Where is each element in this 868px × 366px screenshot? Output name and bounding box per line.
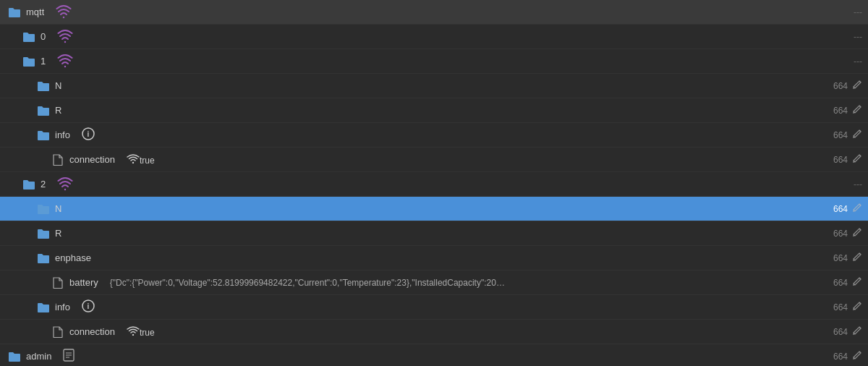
- row-name: 0: [41, 31, 46, 42]
- tree-row[interactable]: N664: [0, 197, 868, 221]
- svg-text:i: i: [88, 130, 90, 138]
- folder-icon: [20, 179, 38, 190]
- mqtt-signal-icon: [56, 3, 72, 19]
- row-dash: ---: [845, 56, 862, 67]
- row-name: 2: [41, 179, 46, 190]
- edit-icon[interactable]: [852, 325, 862, 338]
- info-icon: i: [82, 299, 95, 312]
- folder-icon: [35, 129, 52, 141]
- tree-row[interactable]: info i 664: [0, 295, 868, 320]
- edit-icon[interactable]: [852, 227, 862, 239]
- row-dash: ---: [845, 32, 862, 42]
- folder-icon: [35, 80, 52, 92]
- row-size: 664: [827, 81, 848, 91]
- edit-icon[interactable]: [852, 350, 862, 362]
- edit-icon[interactable]: [852, 252, 862, 264]
- svg-point-2: [132, 162, 134, 163]
- admin-file-icon: [63, 349, 75, 362]
- wifi-icon: [127, 325, 140, 336]
- folder-icon: [35, 203, 52, 215]
- tree-row[interactable]: mqtt ---: [0, 0, 868, 25]
- edit-icon[interactable]: [852, 276, 862, 289]
- row-value-text: true: [140, 328, 155, 338]
- row-size: 664: [827, 253, 848, 263]
- info-icon: i: [82, 127, 95, 140]
- row-size: 664: [827, 278, 848, 288]
- folder-icon: [35, 302, 52, 313]
- row-name: info: [55, 129, 70, 140]
- row-value-text: {"Dc":{"Power":0,"Voltage":52.8199996948…: [110, 278, 508, 288]
- mqtt-signal-icon: [57, 27, 73, 43]
- file-icon: [49, 277, 67, 289]
- row-name: N: [55, 203, 61, 214]
- svg-text:i: i: [88, 302, 90, 310]
- tree-row[interactable]: 2 ---: [0, 172, 868, 197]
- folder-icon: [6, 7, 23, 18]
- row-name: connection: [69, 326, 115, 337]
- row-size: 664: [827, 302, 848, 312]
- row-size: 664: [827, 155, 848, 165]
- row-name: R: [55, 105, 61, 116]
- folder-icon: [20, 31, 38, 43]
- row-name: connection: [69, 154, 115, 165]
- tree-row[interactable]: battery{"Dc":{"Power":0,"Voltage":52.819…: [0, 271, 868, 295]
- edit-icon[interactable]: [852, 301, 862, 313]
- edit-icon[interactable]: [852, 153, 862, 166]
- folder-icon: [35, 105, 52, 116]
- row-name: battery: [69, 277, 98, 288]
- row-name: mqtt: [26, 7, 44, 17]
- edit-icon[interactable]: [852, 129, 862, 141]
- row-name: 1: [41, 56, 46, 67]
- mqtt-signal-icon: [57, 52, 73, 68]
- row-name: admin: [26, 351, 51, 362]
- row-name: info: [55, 302, 70, 312]
- tree-row[interactable]: 0 ---: [0, 25, 868, 49]
- folder-icon: [35, 228, 52, 239]
- tree-row[interactable]: info i 664: [0, 123, 868, 148]
- row-size: 664: [827, 204, 848, 214]
- tree-container: mqtt --- 0 --- 1 --- N664 R664 info i 66…: [0, 0, 868, 366]
- row-dash: ---: [845, 179, 862, 190]
- edit-icon[interactable]: [852, 104, 862, 116]
- row-size: 664: [827, 106, 848, 116]
- row-size: 664: [827, 352, 848, 362]
- folder-icon: [20, 56, 38, 67]
- folder-icon: [6, 351, 23, 362]
- mqtt-signal-icon: [57, 175, 73, 191]
- tree-row[interactable]: R664: [0, 98, 868, 123]
- wifi-icon: [127, 153, 140, 163]
- tree-row[interactable]: 1 ---: [0, 49, 868, 74]
- tree-row[interactable]: admin 664: [0, 344, 868, 366]
- tree-row[interactable]: enphase664: [0, 246, 868, 271]
- file-icon: [49, 326, 67, 338]
- file-icon: [49, 154, 67, 166]
- row-size: 664: [827, 229, 848, 239]
- svg-point-5: [132, 334, 134, 336]
- row-size: 664: [827, 130, 848, 140]
- tree-row[interactable]: R664: [0, 221, 868, 246]
- row-dash: ---: [845, 7, 862, 17]
- row-value-text: true: [140, 156, 155, 166]
- tree-row[interactable]: N664: [0, 74, 868, 98]
- row-name: R: [55, 228, 61, 239]
- row-name: enphase: [55, 252, 91, 263]
- tree-row[interactable]: connection true664: [0, 320, 868, 344]
- edit-icon[interactable]: [852, 80, 862, 92]
- edit-icon[interactable]: [852, 203, 862, 215]
- folder-icon: [35, 252, 52, 264]
- tree-row[interactable]: connection true664: [0, 148, 868, 172]
- row-name: N: [55, 80, 61, 91]
- row-size: 664: [827, 327, 848, 337]
